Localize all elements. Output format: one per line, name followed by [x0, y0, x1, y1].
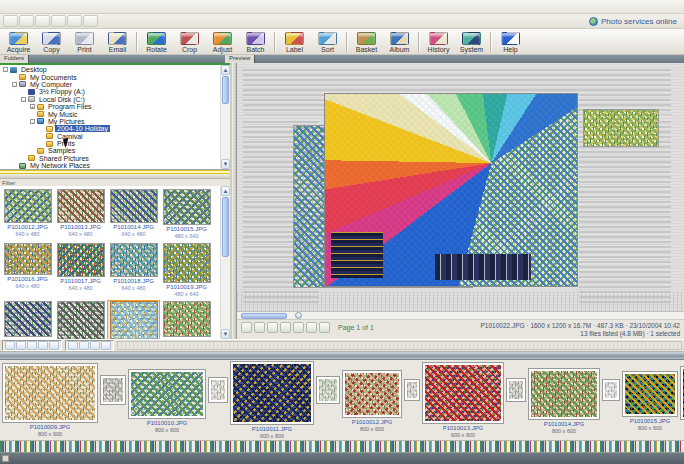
- folder-tree-item[interactable]: Carnival: [0, 133, 220, 140]
- filmstrip-thumbnail[interactable]: [507, 379, 525, 401]
- folders-pane-caption[interactable]: Folders: [0, 55, 29, 63]
- tree-expand-toggle[interactable]: [30, 112, 35, 117]
- menu-item[interactable]: [91, 6, 101, 8]
- toolbar-button[interactable]: Email: [101, 30, 134, 54]
- toolbar-button[interactable]: Label: [278, 30, 311, 54]
- thumbnail-image[interactable]: [57, 301, 105, 339]
- folder-tree-item[interactable]: Samples: [0, 147, 220, 154]
- quick-button[interactable]: [67, 15, 82, 27]
- toolbar-button[interactable]: Batch: [239, 30, 272, 54]
- toolbar-button[interactable]: Album: [383, 30, 416, 54]
- thumbnail-image[interactable]: [4, 301, 52, 337]
- main-photo[interactable]: [324, 93, 578, 287]
- tree-scrollbar-track[interactable]: [221, 105, 230, 159]
- folder-tree-item[interactable]: My Music: [0, 110, 220, 117]
- folder-tree-item[interactable]: Shared Pictures: [0, 155, 220, 162]
- toolbar-button[interactable]: History: [422, 30, 455, 54]
- toolbar-button[interactable]: Print: [68, 30, 101, 54]
- tree-expand-toggle[interactable]: [12, 75, 17, 80]
- menu-item[interactable]: [36, 6, 46, 8]
- filmstrip-item[interactable]: [316, 377, 340, 405]
- menu-item[interactable]: [80, 6, 90, 8]
- preview-nav-button[interactable]: [319, 322, 330, 333]
- folder-tree-item[interactable]: + Program Files: [0, 103, 220, 110]
- menu-item[interactable]: [47, 6, 57, 8]
- thumbnail-image[interactable]: [4, 189, 52, 223]
- thumbnail-item[interactable]: P1010017.JPG 640 x 480: [54, 242, 107, 298]
- grid-scrollbar[interactable]: ▲ ▼: [220, 186, 230, 339]
- menu-item[interactable]: [58, 6, 68, 8]
- toolbar-button[interactable]: [418, 32, 420, 52]
- online-services-link[interactable]: Photo services online: [589, 17, 677, 26]
- filmstrip-item[interactable]: P1010010.JPG 800 x 600: [128, 370, 206, 433]
- filmstrip-tool-button[interactable]: [79, 341, 89, 350]
- filmstrip-tool-button[interactable]: [68, 341, 78, 350]
- thumbnail-image[interactable]: [163, 243, 211, 283]
- menu-item[interactable]: [25, 6, 35, 8]
- folder-tree-item[interactable]: My Documents: [0, 73, 220, 80]
- filmstrip-item[interactable]: P1010011.JPG 600 x 800: [230, 362, 314, 439]
- preview-nav-button[interactable]: [254, 322, 265, 333]
- filmstrip-thumbnail[interactable]: [405, 380, 419, 400]
- filmstrip-thumbnail[interactable]: [423, 363, 503, 423]
- scroll-down-icon[interactable]: ▼: [221, 159, 230, 169]
- folder-tree-item[interactable]: My Network Places: [0, 162, 220, 169]
- preview-nav-button[interactable]: [267, 322, 278, 333]
- tree-scrollbar-thumb[interactable]: [222, 76, 229, 104]
- filmstrip-item[interactable]: P1010012.JPG 800 x 600: [342, 371, 402, 432]
- folder-tree-item[interactable]: - My Pictures: [0, 118, 220, 125]
- preview-nav-button[interactable]: [280, 322, 291, 333]
- filmstrip-tool-button[interactable]: [16, 341, 26, 350]
- quick-button[interactable]: [3, 15, 18, 27]
- tree-expand-toggle[interactable]: -: [30, 119, 35, 124]
- tree-expand-toggle[interactable]: [39, 126, 44, 131]
- tree-expand-toggle[interactable]: [21, 156, 26, 161]
- thumbnail-image[interactable]: [110, 301, 158, 339]
- quick-button[interactable]: [19, 15, 34, 27]
- toolbar-button[interactable]: Rotate: [140, 30, 173, 54]
- filmstrip-tool-button[interactable]: [27, 341, 37, 350]
- thumbnail-item[interactable]: P1010020.JPG 640 x 480: [1, 300, 54, 339]
- filmstrip-thumbnail[interactable]: [343, 371, 401, 417]
- thumbnail-image[interactable]: [110, 243, 158, 277]
- folder-tree-item[interactable]: Prints: [0, 140, 220, 147]
- thumbnail-image[interactable]: [163, 301, 211, 337]
- thumbnail-item[interactable]: P1010019.JPG 480 x 640: [160, 242, 213, 298]
- preview-nav-button[interactable]: [293, 322, 304, 333]
- preview-canvas[interactable]: [237, 63, 684, 311]
- tree-expand-toggle[interactable]: [39, 141, 44, 146]
- filmstrip-thumbnail[interactable]: [317, 377, 339, 403]
- thumbnail-item[interactable]: P1010016.JPG 640 x 480: [1, 242, 54, 298]
- thumbnail-item[interactable]: P1010014.JPG 640 x 480: [107, 188, 160, 240]
- folder-tree-item[interactable]: - My Computer: [0, 81, 220, 88]
- tree-expand-toggle[interactable]: [30, 148, 35, 153]
- toolbar-button[interactable]: [136, 32, 138, 52]
- filmstrip-item[interactable]: [100, 376, 126, 406]
- folder-tree-item[interactable]: - Local Disk (C:): [0, 96, 220, 103]
- side-photo[interactable]: [583, 109, 659, 147]
- filmstrip-thumbnail[interactable]: [129, 370, 205, 418]
- filmstrip-item[interactable]: [602, 380, 620, 402]
- toolbar-button[interactable]: [490, 32, 492, 52]
- thumbnail-image[interactable]: [4, 243, 52, 275]
- toolbar-button[interactable]: Basket: [350, 30, 383, 54]
- grid-scrollbar-track[interactable]: [221, 258, 230, 329]
- tree-expand-toggle[interactable]: -: [21, 97, 26, 102]
- filmstrip-tool-button[interactable]: [49, 341, 59, 350]
- zoom-slider-knob[interactable]: [295, 312, 302, 319]
- filmstrip-thumbnail[interactable]: [231, 362, 313, 424]
- filmstrip-scroll-track[interactable]: [117, 341, 682, 350]
- filmstrip-thumbnail[interactable]: [529, 369, 599, 419]
- thumbnail-item[interactable]: P1010023.JPG 640 x 480: [160, 300, 213, 339]
- toolbar-button[interactable]: Crop: [173, 30, 206, 54]
- toolbar-button[interactable]: Acquire: [2, 30, 35, 54]
- thumbnail-item[interactable]: P1010022.JPG 640 x 480: [107, 300, 160, 339]
- tree-expand-toggle[interactable]: [12, 163, 17, 168]
- folder-tree-item[interactable]: 2004-10 Holiday: [0, 125, 220, 132]
- bottom-splitter[interactable]: [0, 352, 684, 360]
- tree-expand-toggle[interactable]: +: [30, 104, 35, 109]
- filmstrip-item[interactable]: P1010015.JPG 800 x 600: [622, 372, 678, 431]
- scroll-down-icon[interactable]: ▼: [221, 329, 230, 339]
- filmstrip-item[interactable]: [404, 380, 420, 402]
- thumbnail-item[interactable]: P1010021.JPG 480 x 640: [54, 300, 107, 339]
